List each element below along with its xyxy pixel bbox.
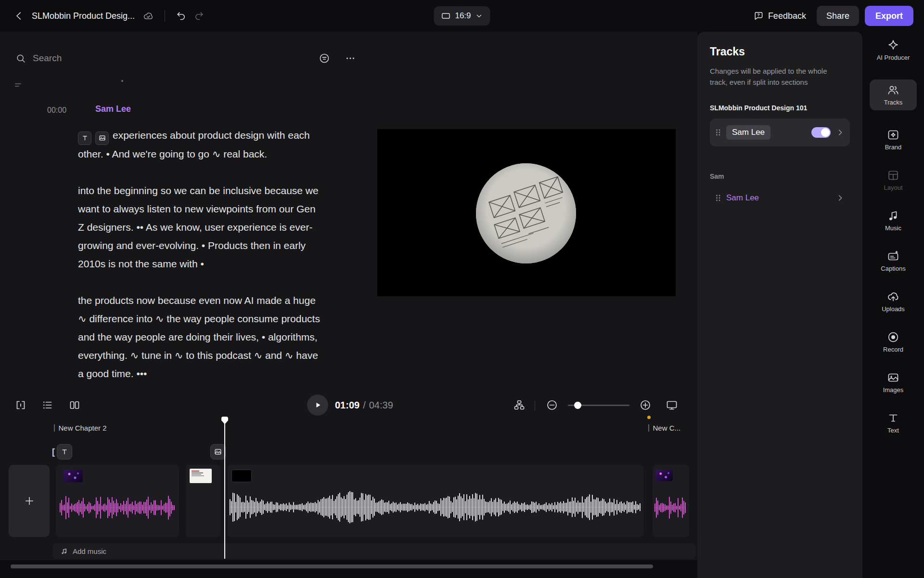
- track-item-sam-lee[interactable]: Sam Lee: [710, 118, 850, 146]
- sidebar-item-record[interactable]: Record: [870, 331, 917, 353]
- chapter-marker-left[interactable]: New Chapter 2: [54, 424, 107, 432]
- feedback-label: Feedback: [768, 11, 806, 21]
- transcript-paragraph[interactable]: the products now because even now AI mad…: [78, 291, 321, 383]
- zoom-in-button[interactable]: [639, 399, 652, 411]
- track-toggle-on[interactable]: [811, 127, 831, 138]
- sidebar-item-ai-producer[interactable]: AI Producer: [870, 39, 917, 61]
- script-view-toggle-button[interactable]: [14, 399, 27, 411]
- sidebar-item-text[interactable]: Text: [870, 412, 917, 434]
- flowchart-icon: [513, 399, 526, 411]
- paragraph-text: the products now because even now AI mad…: [78, 295, 320, 379]
- horizontal-scrollbar[interactable]: [11, 565, 653, 568]
- share-button[interactable]: Share: [817, 6, 859, 26]
- more-options-button[interactable]: [345, 53, 356, 64]
- play-button[interactable]: [307, 394, 328, 416]
- block-dot: [121, 80, 123, 82]
- transcript-paragraph[interactable]: into the beginning so we can be inclusiv…: [78, 182, 321, 273]
- sidebar-item-tracks[interactable]: Tracks: [870, 79, 917, 110]
- audio-clip-2[interactable]: [653, 465, 689, 537]
- speaker-label[interactable]: Sam Lee: [95, 104, 131, 114]
- sidebar-item-brand[interactable]: Brand: [870, 129, 917, 151]
- waveform-pink: [654, 494, 687, 522]
- zoom-out-button[interactable]: [546, 399, 558, 411]
- drag-handle-icon[interactable]: [715, 194, 721, 202]
- track-item-sam-lee-2[interactable]: Sam Lee: [710, 186, 850, 210]
- scene-layout-button[interactable]: [513, 399, 526, 411]
- transcript[interactable]: experiences about product design with ea…: [78, 126, 321, 401]
- export-button[interactable]: Export: [865, 6, 913, 26]
- playhead-handle[interactable]: [221, 416, 229, 425]
- chapter-label: New C...: [653, 424, 681, 432]
- document-title[interactable]: SLMobbin Product Desig...: [32, 11, 135, 21]
- track-group-label: SLMobbin Product Design 101: [710, 104, 850, 112]
- sidebar-item-label: Text: [887, 427, 899, 434]
- captions-icon: [887, 250, 899, 263]
- undo-button[interactable]: [173, 7, 190, 25]
- sidebar-item-captions[interactable]: Captions: [870, 250, 917, 272]
- add-clip-button[interactable]: [9, 465, 50, 537]
- chevron-right-icon[interactable]: [835, 128, 845, 137]
- clip-thumbnail: [655, 470, 673, 481]
- panel-description: Changes will be applied to the whole tra…: [710, 66, 839, 88]
- document-thumbnail: [190, 469, 212, 483]
- waveform-white: [230, 490, 642, 525]
- image-card-chip[interactable]: [95, 131, 109, 145]
- filter-icon: [319, 53, 330, 64]
- minus-circle-icon: [546, 399, 558, 411]
- back-button[interactable]: [11, 7, 28, 25]
- sidebar-item-label: Captions: [881, 265, 905, 272]
- cloud-upload-icon: [887, 290, 899, 303]
- music-note-icon: [887, 210, 899, 222]
- text-clip-chip[interactable]: [57, 444, 72, 460]
- redo-button[interactable]: [190, 7, 207, 25]
- audio-clip-1[interactable]: [56, 465, 179, 537]
- track-name[interactable]: Sam Lee: [726, 125, 770, 140]
- text-card-chip[interactable]: [78, 131, 91, 145]
- tracks-panel: Tracks Changes will be applied to the wh…: [697, 32, 862, 578]
- brackets-icon: [14, 399, 27, 411]
- aspect-ratio-value: 16:9: [455, 11, 471, 21]
- playhead-line: [224, 420, 225, 559]
- redo-icon: [193, 10, 205, 22]
- timeline-track: [0, 465, 697, 537]
- filter-button[interactable]: [319, 53, 330, 64]
- sidebar-item-layout[interactable]: Layout: [870, 169, 917, 191]
- text-icon: [887, 412, 899, 424]
- list-view-button[interactable]: [41, 399, 54, 411]
- sidebar-item-uploads[interactable]: Uploads: [870, 290, 917, 313]
- image-clip-chip-group: [210, 444, 226, 460]
- sidebar-item-label: Images: [883, 386, 904, 394]
- sidebar-item-label: AI Producer: [877, 54, 910, 61]
- split-view-button[interactable]: [68, 399, 81, 411]
- text-clip-chip-group: [: [52, 444, 72, 460]
- image-clip-chip[interactable]: [210, 444, 226, 460]
- audio-clip-main[interactable]: [228, 465, 643, 537]
- time-separator: /: [363, 400, 366, 411]
- plus-icon: [24, 495, 35, 507]
- video-preview[interactable]: [377, 129, 676, 296]
- track-name[interactable]: Sam Lee: [726, 193, 759, 203]
- aspect-ratio-selector[interactable]: 16:9: [434, 6, 490, 26]
- current-time: 01:09: [335, 400, 359, 411]
- feedback-button[interactable]: ? Feedback: [748, 7, 811, 25]
- sidebar-item-images[interactable]: Images: [870, 371, 917, 394]
- add-music-button[interactable]: Add music: [53, 543, 695, 559]
- block-handle-icon[interactable]: [14, 82, 23, 89]
- sidebar-item-label: Music: [885, 224, 901, 232]
- scene-clip[interactable]: [186, 465, 220, 537]
- undo-icon: [176, 10, 187, 22]
- zoom-slider-handle[interactable]: [574, 402, 581, 409]
- chapter-marker-right[interactable]: New C...: [648, 424, 680, 432]
- divider: [535, 401, 535, 410]
- sidebar-item-label: Tracks: [884, 99, 903, 106]
- sidebar-item-music[interactable]: Music: [870, 210, 917, 232]
- chevron-right-icon[interactable]: [835, 193, 845, 203]
- search-bar: [0, 49, 359, 67]
- image-card-icon: [99, 134, 106, 142]
- transcript-paragraph[interactable]: experiences about product design with ea…: [78, 126, 321, 163]
- sidebar-item-label: Layout: [884, 184, 902, 191]
- search-input[interactable]: [32, 53, 241, 64]
- drag-handle-icon[interactable]: [715, 128, 721, 137]
- fullscreen-preview-button[interactable]: [666, 399, 678, 411]
- list-icon: [41, 399, 54, 411]
